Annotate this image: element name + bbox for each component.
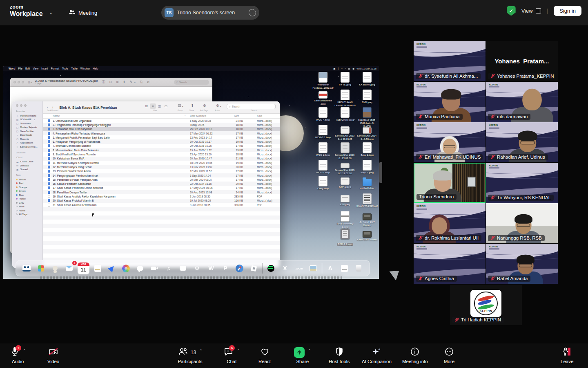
sidebar-item-yellow[interactable]: Yellow xyxy=(16,177,42,182)
participant-tile-dr-syaefudin-ali-akhma-[interactable]: KEPPINdr. Syaefudin Ali Akhma... xyxy=(414,41,486,81)
dock-app-music[interactable]: ♫ xyxy=(163,263,174,274)
meeting-info-button[interactable]: Meeting info xyxy=(402,346,428,364)
dock-app-trash[interactable] xyxy=(353,263,365,274)
file-row[interactable]: 10. Ketabahan Siswa SMA20 Jan 2026 10.47… xyxy=(43,157,280,161)
macos-dock[interactable]: 4MAR11♫⚙WPXzoomA xyxy=(16,260,370,276)
column-header-date[interactable]: Date Modified xyxy=(190,114,206,117)
sidebar-toggle-icon[interactable]: ▯⌄ xyxy=(28,80,33,84)
share-icon[interactable]: ⬆ xyxy=(123,80,126,84)
desktop-icon-craig-bmp[interactable]: Craig.bmp xyxy=(312,176,334,191)
file-row[interactable]: 13. Promosi Praktek Seks Aman12 Mar 2025… xyxy=(43,169,280,173)
file-row[interactable]: 16. Kasus Pemadam Kebakaran22 Oct 2024 1… xyxy=(43,182,280,186)
file-row[interactable]: 15. Penelitian di Pusat Penitipan Anak20… xyxy=(43,177,280,182)
more-button[interactable]: More xyxy=(444,346,454,364)
participant-tile-eni-mahawati-fk-udinus[interactable]: KEPPINEni Mahawati_FK UDINUS xyxy=(414,122,486,162)
dock-app-zoom[interactable]: zoom xyxy=(293,263,305,274)
sidebar-item-applications[interactable]: AApplications xyxy=(16,141,42,145)
security-shield-icon[interactable]: ✓ xyxy=(507,6,516,16)
share-icon[interactable]: ⬆ xyxy=(191,103,194,108)
sidebar-item-red[interactable]: Red xyxy=(16,182,42,186)
desktop-icon-iklan-ta-2023-pdf[interactable]: IKLAN-TA-2023.pdf xyxy=(356,193,378,208)
desktop-icon-screen-shot-2023-0-23-02-00[interactable]: Screen Shot 2023-0...23.02.00 xyxy=(334,142,356,160)
dock-app-finder[interactable] xyxy=(21,263,33,274)
audio-button[interactable]: 1⌃Audio xyxy=(10,346,26,364)
action-icon[interactable]: ⊙⌄ xyxy=(216,103,222,108)
chat-button[interactable]: 6⌃Chat xyxy=(223,346,240,364)
sidebar-item-green[interactable]: Green xyxy=(16,189,42,193)
file-row[interactable]: 2. Pengamatan Terhadap Pengunjung/Pelang… xyxy=(43,123,280,127)
sidebar-item-orange[interactable]: Orange xyxy=(16,185,42,189)
desktop-icon-bayu-1-jpeg[interactable]: Bayu 1.jpeg xyxy=(356,160,378,175)
dock-app-roblox[interactable] xyxy=(248,263,260,274)
file-row[interactable]: 11. Merekrut Subyek Kelompok Rentan18 De… xyxy=(43,161,280,165)
sidebar-item-trionosoendoro[interactable]: ⌂trionosoendoro xyxy=(16,114,42,118)
gallery-view-icon[interactable]: ▭ xyxy=(163,103,169,109)
finder-column-headers[interactable]: Name ^ Date Modified Size Kind xyxy=(43,114,280,119)
sidebar-item-shared[interactable]: ▣Shared xyxy=(16,168,42,172)
highlight-icon[interactable]: ⊘ xyxy=(147,80,150,84)
desktop-icon-rab-summary-3-jpeg[interactable]: RAB-Summary 3.jpeg xyxy=(334,211,356,229)
participant-tile-tri-wahyuni-rs-kendal[interactable]: KEPPINTri Wahyuni, RS KENDAL xyxy=(486,163,558,203)
dock-app-safari[interactable] xyxy=(234,263,245,274)
desktop-icon-kk-blonki-jpeg[interactable]: KK Blonki.jpeg xyxy=(356,72,378,87)
desktop-icon-wcg-2-bmp[interactable]: WCG-2.bmp xyxy=(312,142,334,157)
participant-tile-triono-soendoro[interactable]: Triono Soendoro xyxy=(414,163,486,203)
desktop-icon-ktp-1-jpeg[interactable]: KTP 1.jpeg xyxy=(334,176,356,189)
participant-tile-nanunggg-rsb-rsb[interactable]: Nanunggg RSB, RSB xyxy=(486,203,558,243)
dock-app-books[interactable] xyxy=(177,263,189,274)
participant-tile-tri-hadiah-keppin[interactable]: KEPPINTri Hadiah KEPPIN xyxy=(450,285,522,325)
desktop-icon-wcg-1-bmp[interactable]: WCG-1.bmp xyxy=(312,160,334,175)
dock-app-appstore[interactable]: A xyxy=(324,263,336,274)
video-button[interactable]: Video xyxy=(47,346,59,364)
info-icon[interactable]: ⓘ xyxy=(102,80,105,84)
sidebar-item-nanobubble[interactable]: ▢NanoBubble xyxy=(16,129,42,133)
file-row[interactable]: 3. Kesalahan atau Eror Karyawan25 Feb 20… xyxy=(43,127,280,131)
desktop-icon-bayu-2-jpeg[interactable]: Bayu 2.jpeg xyxy=(356,142,378,157)
desktop-icon-gates-indonesia-pptx[interactable]: Gates Indonesia .pptx xyxy=(312,90,334,105)
column-header-kind[interactable]: Kind xyxy=(257,114,262,117)
sidebar-item-home[interactable]: Home xyxy=(16,209,42,213)
ellipsis-icon[interactable]: ⋯ xyxy=(249,9,256,16)
sidebar-item-document[interactable]: ▢Document xyxy=(16,121,42,126)
file-row[interactable]: 7. Infomasi Genetik dan Biobank29 Oct 20… xyxy=(43,144,280,148)
file-row[interactable]: 20. Studi Kasus Protokol Vitamin B19 Jul… xyxy=(43,199,280,203)
dock-app-notes[interactable] xyxy=(92,263,104,274)
participant-tile-dr-rokhima-lusiantari-uii[interactable]: KEPPINdr. Rokhima Lusiantari UII xyxy=(414,203,486,243)
desktop-icon-untitled-folder[interactable]: untitled folder xyxy=(356,176,378,190)
ai-companion-button[interactable]: AI Companion xyxy=(362,346,392,364)
chevron-up-icon[interactable]: ⌃ xyxy=(199,349,203,353)
finder-search-field[interactable]: ⌕ Search xyxy=(227,104,276,109)
file-row[interactable]: 1. Observasional Staf Organisasi6 May 20… xyxy=(43,119,280,123)
file-row[interactable]: 21. Studi Kasus Asuhan Kefarmasian3 Jun … xyxy=(43,203,280,207)
desktop-icon-screen-shot-2023-0-t-23-15-25[interactable]: Screen Shot 2023-0...t 23.15.25 xyxy=(334,125,356,141)
desktop-icon-screen-shot-2024-0-6-55-png[interactable]: Screen Shot 2024-0...6.55.png xyxy=(356,125,378,141)
sidebar-item-no-name[interactable]: ▤NO NAME▲ xyxy=(16,118,42,122)
chevron-down-icon[interactable]: ⌄ xyxy=(49,10,53,15)
file-row[interactable]: 17. Studi Kasus Penelitian Online Anorex… xyxy=(43,186,280,190)
participant-tile-yohanes-pratama-keppin[interactable]: Yohanes Pratam...Yohanes Pratama_KEPPIN xyxy=(486,41,558,81)
dock-app-mail[interactable]: 4 xyxy=(63,263,75,274)
dock-app-textedit[interactable] xyxy=(339,263,350,274)
participant-tile-agnes-cinthia[interactable]: KEPPINAgnes Cinthia xyxy=(414,244,486,284)
dock-app-contacts[interactable] xyxy=(49,263,61,274)
file-row[interactable]: 4. Pencegahan Risiko Terhadap Wawancara1… xyxy=(43,131,280,135)
sidebar-item-purple[interactable]: Purple xyxy=(16,197,42,201)
dock-app-launchpad[interactable] xyxy=(35,263,47,274)
share-scrollbar[interactable] xyxy=(379,162,382,183)
zoom-out-icon[interactable]: ⊖ xyxy=(109,80,112,84)
participant-tile-monica-paotiana[interactable]: KEPPINMonica Paotiana xyxy=(414,82,486,122)
participant-tile-rahel-amanda[interactable]: KEPPINRahel Amanda xyxy=(486,244,558,284)
desktop-icon-peluncuran-perdana-2022-pdf[interactable]: Peluncuran Perdana...2022.pdf xyxy=(312,72,334,90)
participants-button[interactable]: 13⌃Participants xyxy=(178,346,203,364)
dock-app-spotify[interactable] xyxy=(265,263,277,274)
participant-tile-mts-darmawan[interactable]: KEPPINmts darmawan xyxy=(486,82,558,122)
sidebar-item-blue[interactable]: Blue xyxy=(16,193,42,197)
group-icon[interactable]: ▤⌄ xyxy=(178,103,184,108)
file-row[interactable]: 6. Pelayanan Pengunjung di Puskesmas30 O… xyxy=(43,139,280,144)
sidebar-item-saling-menyal-[interactable]: ▯Saling Menyal... xyxy=(16,145,42,149)
rotate-icon[interactable]: ⎘ xyxy=(140,80,143,84)
desktop-icon-byd-jpag[interactable]: BYD.jpag xyxy=(356,90,378,104)
sidebar-item-recents[interactable]: ◷Recents xyxy=(16,137,42,141)
shared-screen-tab[interactable]: TS Triono Soendoro's screen ⋯ xyxy=(161,6,259,20)
view-button[interactable]: View xyxy=(521,8,541,14)
